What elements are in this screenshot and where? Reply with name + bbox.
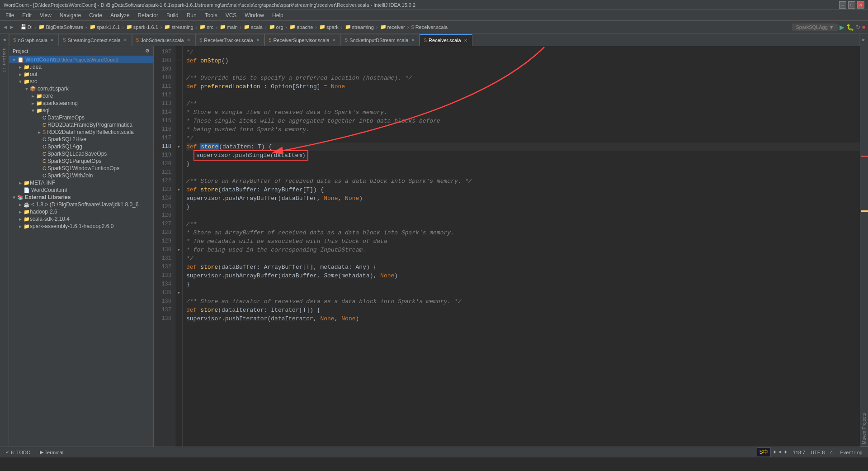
tree-hadoop[interactable]: ► 📁 hadoop-2.6 <box>9 208 153 215</box>
tab-close-ngraph[interactable]: ✕ <box>49 38 55 43</box>
tree-dataframeops[interactable]: ► C DataFrameOps <box>9 114 153 121</box>
breadcrumb-src[interactable]: 📁 src <box>198 23 215 31</box>
menu-analyze[interactable]: Analyze <box>107 11 133 19</box>
tree-external-libs[interactable]: ▼ 📚 External Libraries <box>9 194 153 201</box>
tree-spark-assembly[interactable]: ► 📁 spark-assembly-1.6.1-hadoop2.6.0 <box>9 223 153 230</box>
tab-close-socketinputdstream[interactable]: ✕ <box>410 38 415 43</box>
tabs-scroll-right[interactable]: ► <box>859 33 868 46</box>
folder-icon: 📁 <box>24 209 30 215</box>
debug-button[interactable]: 🐛 <box>846 24 854 31</box>
tree-sparksteaming[interactable]: ► 📁 sparksteaming <box>9 100 153 107</box>
tree-sql[interactable]: ▼ 📁 sql <box>9 107 153 114</box>
breadcrumb-main[interactable]: 📁 main <box>218 23 240 31</box>
menu-build[interactable]: Build <box>163 11 182 19</box>
tree-sparksql2hive[interactable]: ► C SparkSQL2Hive <box>9 136 153 143</box>
menu-code[interactable]: Code <box>85 11 106 19</box>
nav-forward-icon[interactable]: ► <box>9 24 14 30</box>
fold-108[interactable]: ─ <box>178 59 180 63</box>
fold-123[interactable]: ▼ <box>178 188 180 192</box>
breadcrumb-receiver-scala[interactable]: S Receiver.scala <box>409 24 449 31</box>
tab-receiversupervisor[interactable]: S ReceiverSupervisor.scala ✕ <box>264 34 341 46</box>
tree-metainf[interactable]: ► 📁 META-INF <box>9 179 153 186</box>
maven-projects-tab[interactable]: Maven Projects <box>860 411 868 447</box>
event-log-button[interactable]: Event Log <box>838 449 864 456</box>
menu-view[interactable]: View <box>36 11 55 19</box>
breadcrumb-apache[interactable]: 📁 apache <box>288 23 315 31</box>
nav-back-icon[interactable]: ◄ <box>3 24 8 30</box>
breadcrumb-spark[interactable]: 📁 spark <box>317 23 340 31</box>
menu-run[interactable]: Run <box>183 11 200 19</box>
sidebar-settings-icon[interactable]: ⚙ <box>145 48 150 54</box>
menu-refactor[interactable]: Refactor <box>134 11 162 19</box>
tree-sparksqlwithjoin[interactable]: ► C SparkSQLWithJoin <box>9 172 153 179</box>
fold-132[interactable]: ▼ <box>178 248 180 252</box>
class-icon: C <box>42 144 46 149</box>
code-content[interactable]: */ def onStop() /** Override this to spe… <box>183 46 860 447</box>
tree-core[interactable]: ► 📁 core <box>9 92 153 100</box>
menu-window[interactable]: Window <box>241 11 268 19</box>
menu-file[interactable]: File <box>2 11 18 19</box>
breadcrumb-d[interactable]: 💾 D: <box>19 23 34 31</box>
class-icon: C <box>42 173 46 178</box>
code-line-138: supervisor.pushIterator(dataIterator, No… <box>186 314 860 323</box>
menu-tools[interactable]: Tools <box>201 11 221 19</box>
breadcrumb-streaming2[interactable]: 📁 streaming <box>343 23 376 31</box>
tabs-scroll-left[interactable]: ◄ <box>0 33 9 46</box>
run-config-label[interactable]: SparkSQLAgg ▼ <box>792 24 837 31</box>
tree-rdd2dataframe-prog[interactable]: ► C RDD2DataFrameByProgrammatica <box>9 121 153 128</box>
tree-wordcount[interactable]: ▼ 📋 WordCount (D:\IdeaProjects\WordCount… <box>9 56 153 63</box>
project-tab[interactable]: 1: Project <box>2 48 7 72</box>
minimize-button[interactable]: ─ <box>839 1 846 9</box>
menu-edit[interactable]: Edit <box>19 11 35 19</box>
run-button[interactable]: ▶ <box>840 24 844 31</box>
tab-receiver[interactable]: S Receiver.scala ✕ <box>420 34 472 46</box>
tab-close-jobscheduler[interactable]: ✕ <box>186 38 191 43</box>
tab-jobscheduler[interactable]: S JobScheduler.scala ✕ <box>132 34 195 46</box>
breadcrumb-org[interactable]: 📁 org <box>267 23 285 31</box>
tree-com-dt-spark[interactable]: ▼ 📦 com.dt.spark <box>9 85 153 92</box>
folder-icon: 📁 <box>24 71 30 77</box>
tree-rdd2dataframe-refl[interactable]: ► S RDD2DataFrameByReflection.scala <box>9 128 153 136</box>
tree-scala-sdk[interactable]: ► 📁 scala-sdk-2.10.4 <box>9 215 153 223</box>
code-line-129: * The metadata will be associated with t… <box>186 237 860 246</box>
tree-sparksqlparquetops[interactable]: ► C SparkSQLParquetOps <box>9 157 153 165</box>
tab-close-streamingcontext[interactable]: ✕ <box>123 38 128 43</box>
fold-118[interactable]: ▼ <box>178 145 180 149</box>
rerun-button[interactable]: ↻ <box>856 24 860 30</box>
tree-sparksqlwindow[interactable]: ► C SparkSQLWindowFuntionOps <box>9 165 153 172</box>
fold-137[interactable]: ▼ <box>178 291 180 295</box>
breadcrumb-streaming[interactable]: 📁 streaming <box>162 23 195 31</box>
tree-src[interactable]: ▼ 📁 src <box>9 78 153 85</box>
tree-sparksqlloadsaveops[interactable]: ► C SparkSQLLoadSaveOps <box>9 150 153 157</box>
close-button[interactable]: ✕ <box>857 1 864 9</box>
code-line-115: * These single items will be aggregated … <box>186 117 860 125</box>
tree-wordcount-iml[interactable]: ► 📄 WordCount.iml <box>9 186 153 194</box>
menu-navigate[interactable]: Navigate <box>56 11 85 19</box>
tree-jdk[interactable]: ► ☕ < 1.8 > (D:\BigDataSoftware\Java\jdk… <box>9 201 153 208</box>
tab-receivertracker[interactable]: S ReceiverTracker.scala ✕ <box>195 34 264 46</box>
terminal-button[interactable]: ▶ Terminal <box>38 449 66 456</box>
breadcrumb-scala[interactable]: 📁 scala <box>242 23 264 31</box>
todo-button[interactable]: ✓ 6: TODO <box>4 449 33 456</box>
tab-socketinputdstream[interactable]: S SocketInputDStream.scala ✕ <box>341 34 420 46</box>
tab-close-receiversupervisor[interactable]: ✕ <box>331 38 337 43</box>
menu-help[interactable]: Help <box>269 11 287 19</box>
stop-button[interactable]: ■ <box>862 24 865 30</box>
breadcrumb-receiver[interactable]: 📁 receiver <box>378 23 407 31</box>
restore-button[interactable]: □ <box>848 1 855 9</box>
tab-close-receivertracker[interactable]: ✕ <box>255 38 260 43</box>
tree-idea[interactable]: ► 📁 .idea <box>9 63 153 71</box>
tree-out[interactable]: ► 📁 out <box>9 71 153 78</box>
title-text: WordCount - [D:\IdeaProjects\WordCount] … <box>4 2 839 8</box>
code-line-124: supervisor.pushArrayBuffer(dataBuffer, N… <box>186 194 860 203</box>
menu-vcs[interactable]: VCS <box>222 11 241 19</box>
tab-streamingcontext[interactable]: S StreamingContext.scala ✕ <box>59 34 132 46</box>
breadcrumb-spark-161[interactable]: 📁 spark-1.6.1 <box>124 23 160 31</box>
breadcrumb-spark161[interactable]: 📁 spark1.6.1 <box>88 23 122 31</box>
tab-close-receiver[interactable]: ✕ <box>463 38 468 43</box>
breadcrumb-bigdata[interactable]: 📁 BigDataSoftware <box>37 23 85 31</box>
tab-ngraph[interactable]: S nGraph.scala ✕ <box>9 34 59 46</box>
code-line-110: /** Override this to specify a preferred… <box>186 74 860 82</box>
code-line-112 <box>186 91 860 100</box>
tree-sparksqlagg[interactable]: ► C SparkSQLAgg <box>9 143 153 150</box>
